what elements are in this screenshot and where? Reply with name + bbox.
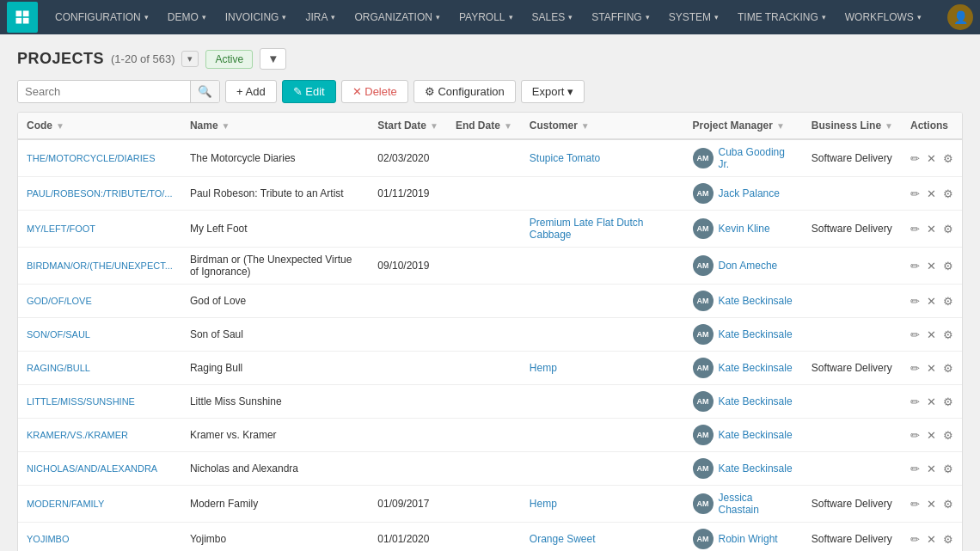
config-row-icon[interactable]: ⚙ <box>943 395 953 408</box>
chevron-down-icon: ▾ <box>568 13 573 21</box>
pm-name[interactable]: Jack Palance <box>719 187 780 199</box>
delete-row-icon[interactable]: ✕ <box>927 395 936 408</box>
col-code[interactable]: Code▼ <box>18 113 181 139</box>
config-row-icon[interactable]: ⚙ <box>943 533 953 546</box>
config-row-icon[interactable]: ⚙ <box>943 295 953 308</box>
col-project-manager[interactable]: Project Manager▼ <box>684 113 803 139</box>
edit-row-icon[interactable]: ✏ <box>910 462 920 475</box>
config-row-icon[interactable]: ⚙ <box>943 498 953 511</box>
config-row-icon[interactable]: ⚙ <box>943 223 953 236</box>
col-name[interactable]: Name▼ <box>181 113 369 139</box>
search-button[interactable]: 🔍 <box>190 81 219 102</box>
projects-table: Code▼ Name▼ Start Date▼ End Date▼ Custom… <box>17 112 963 551</box>
cell-actions: ✏✕⚙ <box>902 419 962 452</box>
edit-row-icon[interactable]: ✏ <box>910 295 920 308</box>
cell-customer[interactable]: Hemp <box>521 352 684 385</box>
cell-customer <box>521 452 684 486</box>
edit-row-icon[interactable]: ✏ <box>910 223 920 236</box>
table-row: THE/MOTORCYCLE/DIARIESThe Motorcycle Dia… <box>18 139 962 177</box>
nav-sales[interactable]: SALES▾ <box>524 0 582 34</box>
edit-row-icon[interactable]: ✏ <box>910 362 920 375</box>
nav-staffing[interactable]: STAFFING▾ <box>583 0 658 34</box>
delete-row-icon[interactable]: ✕ <box>927 260 936 272</box>
table-header-row: Code▼ Name▼ Start Date▼ End Date▼ Custom… <box>18 113 962 139</box>
edit-button[interactable]: ✎ Edit <box>282 80 336 103</box>
config-row-icon[interactable]: ⚙ <box>943 260 953 272</box>
pm-name[interactable]: Kevin Kline <box>719 223 770 235</box>
delete-row-icon[interactable]: ✕ <box>927 362 936 375</box>
col-end-date[interactable]: End Date▼ <box>447 113 521 139</box>
brand-logo[interactable] <box>7 2 38 33</box>
cell-customer[interactable]: Orange Sweet <box>521 523 684 552</box>
svg-rect-3 <box>23 18 29 24</box>
nav-workflows[interactable]: WORKFLOWS▾ <box>836 0 930 34</box>
delete-button[interactable]: ✕ Delete <box>341 80 408 103</box>
nav-organization[interactable]: ORGANIZATION▾ <box>346 0 448 34</box>
col-customer[interactable]: Customer▼ <box>521 113 684 139</box>
pm-name[interactable]: Cuba Gooding Jr. <box>719 146 794 170</box>
config-row-icon[interactable]: ⚙ <box>943 362 953 375</box>
config-row-icon[interactable]: ⚙ <box>943 462 953 475</box>
delete-row-icon[interactable]: ✕ <box>927 187 936 200</box>
cell-customer[interactable]: Premium Late Flat Dutch Cabbage <box>521 211 684 248</box>
edit-row-icon[interactable]: ✏ <box>910 260 920 272</box>
add-button[interactable]: + Add <box>225 80 277 103</box>
pm-name[interactable]: Robin Wright <box>719 533 778 545</box>
cell-start-date <box>369 318 447 352</box>
configuration-button[interactable]: ⚙ Configuration <box>413 80 516 103</box>
nav-configuration[interactable]: CONFIGURATION▾ <box>46 0 157 34</box>
config-row-icon[interactable]: ⚙ <box>943 429 953 442</box>
edit-row-icon[interactable]: ✏ <box>910 498 920 511</box>
nav-invoicing[interactable]: INVOICING▾ <box>217 0 296 34</box>
edit-row-icon[interactable]: ✏ <box>910 328 920 341</box>
delete-row-icon[interactable]: ✕ <box>927 462 936 475</box>
pm-name[interactable]: Kate Beckinsale <box>719 395 793 407</box>
search-input[interactable] <box>18 81 190 102</box>
col-business-line[interactable]: Business Line▼ <box>803 113 902 139</box>
pm-name[interactable]: Kate Beckinsale <box>719 429 793 441</box>
cell-name: Kramer vs. Kramer <box>181 419 369 452</box>
cell-code: NICHOLAS/AND/ALEXANDRA <box>18 452 181 486</box>
config-row-icon[interactable]: ⚙ <box>943 328 953 341</box>
config-row-icon[interactable]: ⚙ <box>943 152 953 165</box>
col-start-date[interactable]: Start Date▼ <box>369 113 447 139</box>
pm-name[interactable]: Don Ameche <box>719 260 778 272</box>
cell-business-line: Software Delivery <box>803 211 902 248</box>
cell-name: Yojimbo <box>181 523 369 552</box>
pm-name[interactable]: Jessica Chastain <box>719 492 794 516</box>
table-row: SON/OF/SAULSon of SaulAMKate Beckinsale✏… <box>18 318 962 352</box>
count-dropdown-button[interactable]: ▾ <box>181 51 199 67</box>
cell-business-line <box>803 318 902 352</box>
edit-row-icon[interactable]: ✏ <box>910 187 920 200</box>
cell-start-date: 01/09/2017 <box>369 486 447 523</box>
pm-name[interactable]: Kate Beckinsale <box>719 462 793 474</box>
user-avatar[interactable]: 👤 <box>947 4 973 30</box>
nav-payroll[interactable]: PAYROLL▾ <box>450 0 522 34</box>
delete-row-icon[interactable]: ✕ <box>927 328 936 341</box>
delete-row-icon[interactable]: ✕ <box>927 295 936 308</box>
nav-time-tracking[interactable]: TIME TRACKING▾ <box>729 0 835 34</box>
edit-row-icon[interactable]: ✏ <box>910 395 920 408</box>
delete-row-icon[interactable]: ✕ <box>927 498 936 511</box>
pm-name[interactable]: Kate Beckinsale <box>719 362 793 374</box>
cell-project-manager: AMJessica Chastain <box>684 486 803 523</box>
export-button[interactable]: Export ▾ <box>521 80 585 103</box>
nav-jira[interactable]: JIRA▾ <box>297 0 344 34</box>
delete-row-icon[interactable]: ✕ <box>927 223 936 236</box>
cell-name: Little Miss Sunshine <box>181 385 369 419</box>
cell-customer[interactable]: Hemp <box>521 486 684 523</box>
cell-actions: ✏✕⚙ <box>902 318 962 352</box>
edit-row-icon[interactable]: ✏ <box>910 152 920 165</box>
filter-button[interactable]: ▼ <box>260 48 286 70</box>
cell-customer[interactable]: Stupice Tomato <box>521 139 684 177</box>
delete-row-icon[interactable]: ✕ <box>927 429 936 442</box>
edit-row-icon[interactable]: ✏ <box>910 429 920 442</box>
config-row-icon[interactable]: ⚙ <box>943 187 953 200</box>
nav-system[interactable]: SYSTEM▾ <box>660 0 727 34</box>
delete-row-icon[interactable]: ✕ <box>927 533 936 546</box>
nav-demo[interactable]: DEMO▾ <box>159 0 215 34</box>
pm-name[interactable]: Kate Beckinsale <box>719 328 793 340</box>
delete-row-icon[interactable]: ✕ <box>927 152 936 165</box>
edit-row-icon[interactable]: ✏ <box>910 533 920 546</box>
pm-name[interactable]: Kate Beckinsale <box>719 295 793 307</box>
